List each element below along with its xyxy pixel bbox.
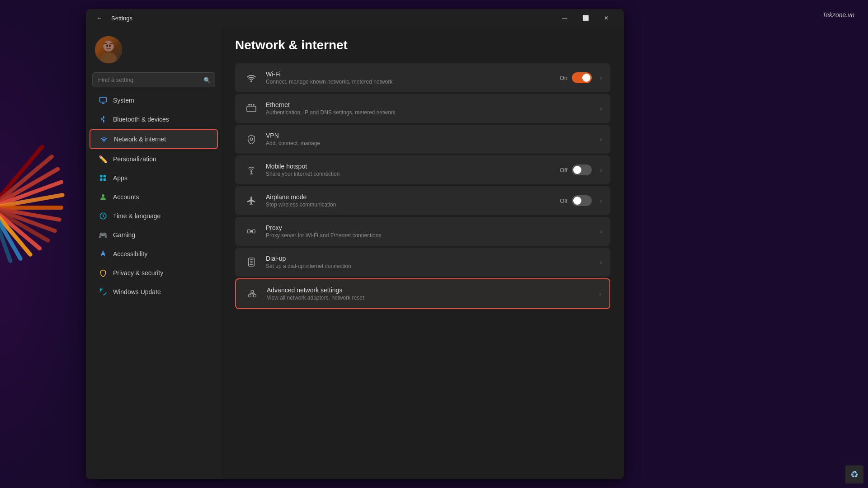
wifi-icon (243, 70, 259, 86)
hotspot-icon (243, 162, 259, 178)
svg-point-6 (104, 141, 105, 142)
accessibility-icon (99, 249, 108, 258)
proxy-text: Proxy Proxy server for Wi-Fi and Etherne… (266, 224, 596, 239)
maximize-button[interactable]: ⬜ (575, 11, 596, 25)
airplane-toggle-label: Off (560, 197, 567, 204)
nav-label-privacy: Privacy & security (113, 269, 163, 277)
settings-window: ← Settings — ⬜ ✕ (86, 9, 624, 479)
search-input[interactable] (92, 72, 215, 87)
search-icon: 🔍 (203, 76, 211, 83)
dialup-title: Dial-up (266, 255, 596, 262)
wifi-toggle[interactable] (572, 72, 592, 83)
setting-item-ethernet[interactable]: Ethernet Authentication, IP and DNS sett… (235, 94, 610, 123)
nav-item-accessibility[interactable]: Accessibility (90, 245, 218, 263)
svg-point-13 (103, 251, 104, 252)
ethernet-icon (243, 100, 259, 117)
svg-point-4 (109, 45, 111, 47)
svg-rect-9 (104, 175, 106, 177)
svg-rect-10 (104, 178, 106, 181)
gaming-icon: 🎮 (99, 230, 108, 239)
advanced-network-text: Advanced network settings View all netwo… (267, 286, 595, 301)
privacy-icon (99, 268, 108, 277)
back-button[interactable]: ← (93, 12, 106, 24)
content-area: Network & internet Wi-Fi Connect, manage… (222, 27, 624, 479)
avatar (95, 36, 122, 63)
nav-label-network: Network & internet (114, 136, 166, 143)
bluetooth-icon (99, 115, 108, 124)
svg-rect-35 (249, 295, 251, 297)
update-icon (99, 287, 108, 296)
dialup-desc: Set up a dial-up internet connection (266, 263, 596, 269)
airplane-text: Airplane mode Stop wireless communicatio… (266, 193, 560, 208)
nav-item-update[interactable]: Windows Update (90, 283, 218, 301)
personalization-icon: ✏️ (99, 155, 108, 164)
nav-item-gaming[interactable]: 🎮 Gaming (90, 226, 218, 244)
nav-label-system: System (113, 97, 134, 104)
svg-rect-15 (247, 106, 256, 112)
svg-point-14 (250, 80, 252, 82)
hotspot-toggle[interactable] (572, 164, 592, 175)
svg-point-2 (104, 41, 113, 51)
airplane-desc: Stop wireless communication (266, 202, 560, 208)
nav-label-time: Time & language (113, 212, 160, 220)
nav-label-accessibility: Accessibility (113, 250, 147, 258)
setting-item-wifi[interactable]: Wi-Fi Connect, manage known networks, me… (235, 63, 610, 92)
nav-item-privacy[interactable]: Privacy & security (90, 264, 218, 282)
ethernet-chevron: › (600, 105, 602, 112)
setting-item-hotspot[interactable]: Mobile hotspot Share your internet conne… (235, 155, 610, 184)
time-icon (99, 211, 108, 221)
dialup-icon (243, 254, 259, 270)
watermark: Tekzone.vn (822, 11, 854, 19)
dialup-text: Dial-up Set up a dial-up internet connec… (266, 255, 596, 269)
proxy-icon (243, 223, 259, 239)
svg-point-11 (102, 194, 104, 197)
nav-label-personalization: Personalization (113, 155, 156, 163)
wifi-toggle-label: On (560, 75, 567, 81)
svg-point-23 (250, 170, 252, 172)
wifi-chevron: › (600, 74, 602, 81)
svg-point-29 (250, 230, 252, 232)
vpn-chevron: › (600, 136, 602, 143)
setting-item-advanced-network[interactable]: Advanced network settings View all netwo… (235, 278, 610, 309)
setting-item-dialup[interactable]: Dial-up Set up a dial-up internet connec… (235, 248, 610, 277)
airplane-toggle[interactable] (572, 195, 592, 206)
user-profile[interactable] (86, 32, 222, 72)
wifi-title: Wi-Fi (266, 70, 560, 78)
network-icon (99, 135, 108, 144)
minimize-button[interactable]: — (554, 11, 575, 25)
nav-item-apps[interactable]: Apps (90, 169, 218, 187)
nav-item-network[interactable]: Network & internet (90, 129, 218, 149)
svg-point-1 (100, 52, 117, 63)
hotspot-desc: Share your internet connection (266, 171, 560, 177)
airplane-icon (243, 192, 259, 209)
proxy-desc: Proxy server for Wi-Fi and Ethernet conn… (266, 232, 596, 239)
nav-item-system[interactable]: System (90, 91, 218, 109)
apps-icon (99, 174, 108, 183)
setting-item-proxy[interactable]: Proxy Proxy server for Wi-Fi and Etherne… (235, 217, 610, 246)
setting-item-vpn[interactable]: VPN Add, connect, manage › (235, 125, 610, 154)
system-icon (99, 96, 108, 105)
close-button[interactable]: ✕ (596, 11, 617, 25)
page-title: Network & internet (235, 38, 610, 52)
wifi-desc: Connect, manage known networks, metered … (266, 79, 560, 85)
advanced-network-title: Advanced network settings (267, 286, 595, 294)
svg-rect-5 (100, 97, 107, 102)
svg-rect-37 (251, 291, 254, 293)
nav-item-time[interactable]: Time & language (90, 207, 218, 225)
svg-rect-26 (248, 230, 250, 233)
recycle-bin[interactable]: ♻ (845, 465, 863, 483)
dialup-chevron: › (600, 258, 602, 266)
title-bar: ← Settings — ⬜ ✕ (86, 9, 624, 27)
nav-item-bluetooth[interactable]: Bluetooth & devices (90, 110, 218, 128)
svg-rect-36 (254, 295, 256, 297)
proxy-chevron: › (600, 228, 602, 235)
hotspot-title: Mobile hotspot (266, 163, 560, 170)
advanced-network-desc: View all network adapters, network reset (267, 295, 595, 301)
hotspot-text: Mobile hotspot Share your internet conne… (266, 163, 560, 177)
nav-item-personalization[interactable]: ✏️ Personalization (90, 150, 218, 168)
setting-item-airplane[interactable]: Airplane mode Stop wireless communicatio… (235, 186, 610, 215)
nav-item-accounts[interactable]: Accounts (90, 188, 218, 206)
svg-point-22 (250, 138, 253, 141)
svg-point-3 (106, 45, 108, 47)
nav-label-apps: Apps (113, 174, 127, 182)
